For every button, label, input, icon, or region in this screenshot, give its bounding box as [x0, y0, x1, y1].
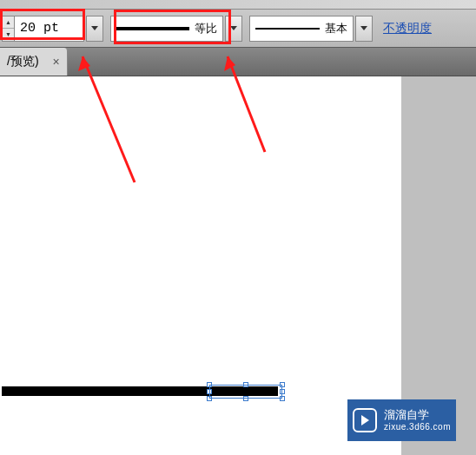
stroke-width-control: ▲ ▼ [2, 16, 103, 42]
watermark-title: 溜溜自学 [384, 408, 451, 422]
brush-preview-line [255, 28, 320, 30]
tab-preview[interactable]: /预览) × [0, 48, 68, 76]
watermark-url: zixue.3d66.com [384, 422, 451, 432]
document-tabs: /预览) × [0, 48, 476, 76]
canvas[interactable] [0, 76, 401, 455]
tab-label: /预览) [7, 54, 39, 69]
play-icon [353, 408, 377, 432]
brush-definition: 基本 [249, 16, 373, 42]
brush-dropdown[interactable] [355, 16, 373, 42]
opacity-link[interactable]: 不透明度 [383, 21, 432, 36]
stroke-width-spinner[interactable]: ▲ ▼ [2, 16, 15, 42]
watermark: 溜溜自学 zixue.3d66.com [347, 399, 456, 441]
variable-width-profile: 等比 [110, 16, 242, 42]
brush-label: 基本 [325, 21, 347, 36]
toolbar: ▲ ▼ 等比 基本 不透明度 [0, 10, 476, 48]
stroke-width-dropdown[interactable] [86, 16, 103, 42]
stroke-width-input[interactable] [15, 16, 84, 42]
profile-dropdown[interactable] [225, 16, 242, 42]
profile-label: 等比 [195, 21, 217, 36]
brush-display[interactable]: 基本 [249, 16, 354, 42]
spinner-up[interactable]: ▲ [3, 16, 14, 30]
profile-preview-line [116, 27, 189, 30]
spinner-down[interactable]: ▼ [3, 29, 14, 41]
close-icon[interactable]: × [52, 55, 59, 69]
profile-display[interactable]: 等比 [110, 16, 223, 42]
selection-handles[interactable] [207, 382, 285, 401]
